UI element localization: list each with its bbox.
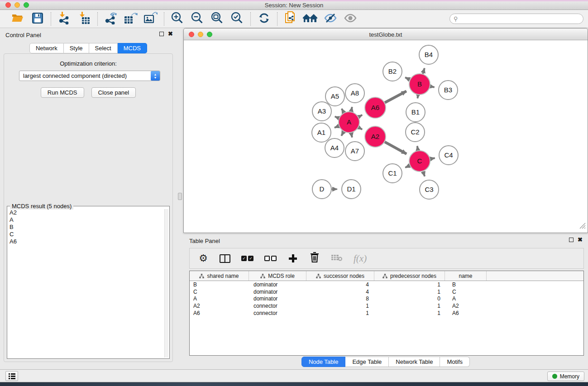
import-network-button[interactable] — [57, 12, 71, 26]
graph-edge-C-C2[interactable] — [417, 146, 418, 151]
column-header-shared-name[interactable]: shared name — [190, 271, 249, 281]
function-builder-button[interactable]: f(x) — [354, 252, 367, 265]
graph-edge-A-A1[interactable] — [335, 126, 339, 128]
float-table-panel-icon[interactable] — [569, 238, 574, 242]
graph-node-D1[interactable]: D1 — [342, 180, 361, 199]
close-table-panel-icon[interactable]: ✖ — [578, 238, 583, 242]
table-row[interactable]: A6connector11A6 — [190, 310, 583, 317]
table-row[interactable]: A2connector11A2 — [190, 302, 583, 310]
graph-node-A5[interactable]: A5 — [325, 87, 344, 106]
mcds-result-item[interactable]: C — [8, 231, 164, 238]
graph-edge-A6-B[interactable] — [385, 91, 406, 102]
column-header-predecessor-nodes[interactable]: predecessor nodes — [374, 271, 445, 281]
import-table-button[interactable] — [77, 12, 91, 26]
graph-node-B[interactable]: B — [409, 74, 430, 95]
graph-node-A6[interactable]: A6 — [365, 97, 386, 118]
graph-node-A2[interactable]: A2 — [365, 126, 386, 147]
tab-mcds[interactable]: MCDS — [118, 43, 147, 53]
close-panel-button[interactable]: Close panel — [91, 87, 136, 98]
tab-select[interactable]: Select — [89, 43, 118, 53]
mcds-result-item[interactable]: B — [8, 224, 164, 231]
resize-grip-icon[interactable] — [579, 223, 586, 231]
export-network-button[interactable] — [104, 12, 118, 26]
table-settings-button[interactable]: ⚙ — [198, 252, 209, 265]
search-input[interactable] — [449, 14, 583, 24]
float-panel-icon[interactable] — [159, 32, 164, 36]
graph-edge-A2-C[interactable] — [385, 142, 406, 154]
deselect-all-button[interactable] — [264, 252, 277, 265]
mcds-result-item[interactable]: A2 — [8, 209, 164, 216]
mcds-result-list[interactable]: A2ABCA6 — [8, 209, 164, 357]
save-session-button[interactable] — [31, 12, 44, 26]
graph-node-A3[interactable]: A3 — [312, 102, 331, 121]
zoom-out-button[interactable] — [191, 12, 204, 26]
export-image-button[interactable] — [144, 12, 158, 26]
hide-graphics-details-button[interactable] — [324, 12, 337, 26]
tab-motifs[interactable]: Motifs — [440, 357, 470, 367]
delete-column-button[interactable] — [309, 252, 320, 265]
graph-node-A7[interactable]: A7 — [345, 142, 364, 161]
export-table-button[interactable] — [124, 12, 138, 26]
graph-node-B2[interactable]: B2 — [383, 62, 402, 81]
column-view-button[interactable] — [220, 252, 230, 265]
tab-style[interactable]: Style — [64, 43, 89, 53]
graph-edge-A-A5[interactable] — [342, 109, 344, 113]
refresh-button[interactable] — [257, 12, 271, 26]
graph-node-C3[interactable]: C3 — [420, 180, 439, 199]
tab-network[interactable]: Network — [29, 43, 64, 53]
graph-node-C[interactable]: C — [409, 151, 430, 172]
mcds-result-item[interactable]: A — [8, 216, 164, 224]
task-history-button[interactable] — [5, 371, 18, 381]
mcds-result-scrollbar[interactable] — [164, 209, 168, 357]
graph-node-A[interactable]: A — [339, 112, 359, 133]
graph-edge-B-B3[interactable] — [430, 86, 435, 87]
tab-network-table[interactable]: Network Table — [389, 357, 440, 367]
criterion-dropdown[interactable]: largest connected component (directed) ▲… — [19, 71, 160, 81]
graph-node-C2[interactable]: C2 — [406, 123, 425, 142]
graph-edge-B-B2[interactable] — [405, 77, 410, 80]
graph-node-A8[interactable]: A8 — [345, 84, 364, 103]
graph-edge-C-C3[interactable] — [423, 172, 425, 176]
add-column-button[interactable] — [287, 252, 298, 265]
graph-edge-A-A3[interactable] — [335, 117, 339, 119]
memory-button[interactable]: Memory — [547, 372, 584, 381]
graph-edge-A-A8[interactable] — [351, 107, 352, 111]
graph-edge-B-B4[interactable] — [423, 68, 425, 74]
delete-table-button[interactable] — [331, 252, 343, 265]
graph-edge-A-A2[interactable] — [359, 128, 362, 129]
graph-edge-A-A7[interactable] — [351, 133, 352, 138]
open-session-button[interactable] — [11, 12, 24, 26]
graph-node-B1[interactable]: B1 — [406, 103, 425, 122]
panel-splitter-handle[interactable] — [178, 193, 182, 200]
graph-edge-B-B1[interactable] — [417, 95, 418, 99]
select-all-button[interactable]: ✓✓ — [241, 252, 253, 265]
graph-edge-A-A4[interactable] — [341, 132, 344, 136]
graph-edge-C-C4[interactable] — [430, 158, 435, 159]
graph-node-A4[interactable]: A4 — [325, 138, 344, 157]
zoom-in-button[interactable] — [171, 12, 184, 26]
home-button[interactable] — [304, 12, 317, 26]
zoom-fit-button[interactable] — [210, 12, 224, 26]
copy-network-view-button[interactable] — [284, 12, 297, 26]
graph-node-A1[interactable]: A1 — [312, 123, 331, 142]
graph-edge-A-A6[interactable] — [359, 115, 362, 117]
zoom-selected-button[interactable] — [230, 12, 244, 26]
tab-edge-table[interactable]: Edge Table — [345, 357, 389, 367]
run-mcds-button[interactable]: Run MCDS — [41, 87, 84, 98]
table-row[interactable]: Bdominator41B — [190, 281, 583, 288]
graph-node-B4[interactable]: B4 — [419, 45, 438, 64]
graph-node-D[interactable]: D — [312, 180, 331, 199]
network-canvas[interactable]: B4B2BB3A8A5A6A3B1AC2A1A2A4A7C4CC1C3DD1 — [184, 40, 587, 232]
column-header-name[interactable]: name — [445, 271, 487, 281]
graph-node-C1[interactable]: C1 — [383, 164, 402, 183]
tab-node-table[interactable]: Node Table — [301, 357, 346, 367]
table-row[interactable]: Adominator80A — [190, 295, 583, 303]
column-header-MCDS-role[interactable]: MCDS role — [249, 271, 306, 281]
graph-node-C4[interactable]: C4 — [439, 146, 458, 165]
column-header-successor-nodes[interactable]: successor nodes — [306, 271, 374, 281]
mcds-result-item[interactable]: A6 — [8, 238, 164, 245]
show-graphics-details-button[interactable] — [344, 12, 357, 26]
graph-node-B3[interactable]: B3 — [439, 81, 458, 100]
graph-edge-C-C1[interactable] — [405, 166, 410, 167]
table-row[interactable]: Cdominator41C — [190, 288, 583, 295]
